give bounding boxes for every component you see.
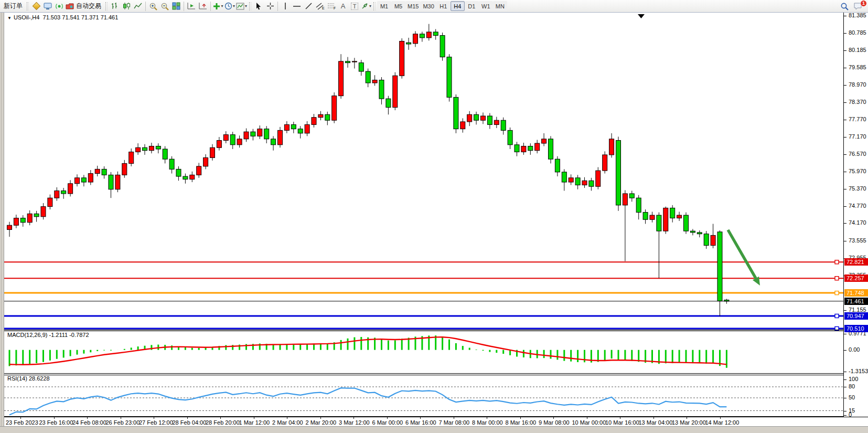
chart-area[interactable]: ▼USOil-,H4 71.503 71.541 71.371 71.461 M… — [4, 13, 843, 417]
timeframe-button-M30[interactable]: M30 — [421, 1, 436, 11]
indicators-button[interactable]: ▾ — [212, 1, 224, 12]
timeframe-button-MN[interactable]: MN — [493, 1, 507, 11]
candle-body — [515, 145, 519, 152]
time-tick-mark — [387, 417, 388, 419]
candlestick-mode-button[interactable] — [121, 1, 132, 12]
time-tick-mark — [154, 417, 154, 419]
macd-axis-label: 0.00 — [849, 346, 860, 353]
candle-body — [156, 146, 160, 149]
label-tool-button[interactable]: T — [349, 1, 360, 12]
signals-button[interactable] — [53, 1, 65, 12]
candle-body — [420, 34, 424, 38]
timeframe-button-W1[interactable]: W1 — [479, 1, 493, 11]
candle-body — [251, 132, 255, 136]
timeframe-button-M1[interactable]: M1 — [377, 1, 391, 11]
axis-tick-mark — [844, 223, 846, 224]
equidistant-channel-icon: E — [316, 2, 325, 10]
search-button[interactable] — [839, 1, 850, 12]
timeframe-button-H4[interactable]: H4 — [451, 1, 465, 11]
price-axis[interactable]: 81.38580.78580.18579.58578.97078.37077.7… — [843, 13, 868, 417]
candle-body — [555, 159, 560, 172]
crosshair-tool-button[interactable] — [264, 1, 276, 12]
candle-body — [230, 135, 235, 145]
time-tick-mark — [687, 417, 687, 419]
candle-body — [352, 61, 357, 62]
templates-button[interactable]: ▾ — [235, 1, 248, 12]
candle-body — [332, 96, 337, 121]
candle-body — [48, 198, 52, 206]
timeframe-button-D1[interactable]: D1 — [465, 1, 479, 11]
chart-canvas[interactable] — [4, 13, 843, 417]
metaeditor-button[interactable] — [30, 1, 42, 12]
auto-scroll-button[interactable] — [186, 1, 197, 12]
time-tick-mark — [454, 417, 454, 419]
trendline-tool-button[interactable] — [303, 1, 314, 12]
axis-tick-mark — [844, 411, 846, 411]
autotrading-button[interactable]: 自动交易 — [65, 1, 104, 12]
candle-body — [339, 61, 344, 96]
timeframe-button-M5[interactable]: M5 — [391, 1, 405, 11]
time-tick-mark — [20, 417, 21, 419]
price-tick-label: 74.770 — [849, 203, 866, 209]
candle-body — [657, 215, 661, 231]
axis-tick-mark — [844, 120, 846, 120]
time-tick-mark — [420, 417, 421, 419]
line-handle[interactable] — [835, 260, 839, 264]
terminal-button[interactable] — [42, 1, 53, 12]
timeframe-button-M15[interactable]: M15 — [405, 1, 421, 11]
candle-body — [575, 178, 580, 185]
new-order-label: 新订单 — [2, 2, 25, 10]
price-tick-label: 81.385 — [849, 12, 866, 18]
line-handle[interactable] — [835, 277, 839, 280]
rsi-axis-label: 50 — [849, 394, 855, 400]
time-tick-mark — [487, 417, 487, 419]
time-tick-mark — [353, 417, 354, 419]
arrow-objects-icon — [361, 2, 369, 10]
candle-body — [487, 116, 492, 124]
candle-body — [291, 124, 296, 129]
price-tick-label: 78.370 — [849, 99, 866, 105]
cursor-tool-button[interactable] — [253, 1, 264, 12]
vertical-line-tool-button[interactable] — [280, 1, 291, 12]
candle-body — [325, 114, 330, 120]
time-axis-label: 1 Mar 12:00 — [239, 419, 270, 426]
candle-body — [467, 114, 472, 122]
candle-body — [704, 234, 709, 246]
line-handle[interactable] — [835, 314, 839, 318]
chart-shift-button[interactable] — [197, 1, 209, 12]
zoom-in-button[interactable] — [147, 1, 159, 12]
line-handle[interactable] — [835, 291, 839, 295]
tile-windows-button[interactable] — [170, 1, 182, 12]
candle-body — [203, 157, 208, 166]
candle-body — [697, 233, 702, 234]
axis-tick-mark — [844, 102, 846, 103]
time-tick-mark — [653, 417, 654, 419]
bar-chart-mode-button[interactable] — [109, 1, 121, 12]
period-button[interactable]: ▾ — [224, 1, 235, 12]
line-chart-mode-button[interactable] — [132, 1, 144, 12]
channel-tool-button[interactable]: E — [314, 1, 326, 12]
shift-end-marker-icon[interactable] — [638, 14, 645, 18]
timeframe-button-H1[interactable]: H1 — [436, 1, 451, 11]
candle-body — [122, 163, 127, 175]
candle-body — [379, 80, 384, 99]
horizontal-line-tool-button[interactable] — [291, 1, 303, 12]
new-order-button[interactable]: 新订单 — [1, 1, 25, 12]
price-tick-label: 80.785 — [849, 29, 866, 36]
fibonacci-tool-button[interactable]: F — [326, 1, 337, 12]
arrows-tool-button[interactable]: ▾ — [360, 1, 372, 12]
text-tool-button[interactable]: A — [337, 1, 349, 12]
zoom-out-button[interactable] — [159, 1, 170, 12]
axis-tick-mark — [844, 387, 846, 387]
price-tick-label: 73.555 — [849, 237, 866, 244]
axis-tick-mark — [844, 68, 846, 68]
autotrading-label: 自动交易 — [74, 2, 103, 10]
time-axis-label: 6 Mar 16:00 — [405, 419, 436, 426]
candle-body — [41, 207, 46, 217]
time-axis[interactable]: 23 Feb 202323 Feb 16:0024 Feb 08:0026 Fe… — [4, 417, 868, 426]
candle-body — [88, 174, 93, 182]
price-tick-label: 77.770 — [849, 116, 866, 122]
chart-menu-caret-icon[interactable]: ▼ — [7, 16, 12, 20]
candle-body — [616, 141, 621, 205]
annotation-arrow[interactable] — [728, 230, 756, 278]
